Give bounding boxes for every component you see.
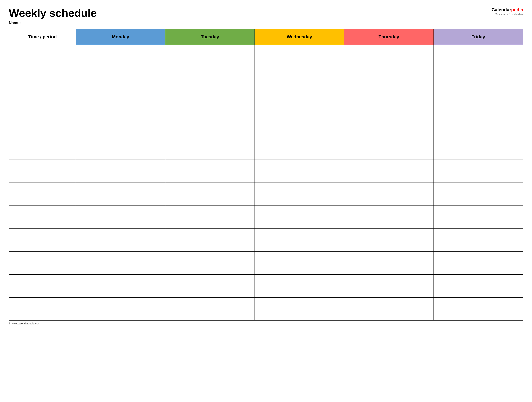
table-row[interactable]: [9, 274, 523, 297]
schedule-cell[interactable]: [433, 91, 523, 114]
schedule-cell[interactable]: [344, 114, 434, 136]
schedule-cell[interactable]: [165, 91, 255, 114]
schedule-cell[interactable]: [433, 68, 523, 91]
schedule-cell[interactable]: [344, 297, 434, 320]
time-cell[interactable]: [9, 160, 76, 182]
table-row[interactable]: [9, 45, 523, 68]
time-cell[interactable]: [9, 252, 76, 274]
schedule-cell[interactable]: [255, 274, 344, 297]
schedule-cell[interactable]: [255, 297, 344, 320]
schedule-cell[interactable]: [255, 68, 344, 91]
schedule-cell[interactable]: [344, 136, 434, 160]
name-label: Name:: [9, 20, 492, 25]
schedule-cell[interactable]: [165, 160, 255, 182]
title-section: Weekly schedule Name:: [9, 7, 492, 25]
schedule-cell[interactable]: [433, 114, 523, 136]
schedule-cell[interactable]: [76, 274, 165, 297]
schedule-cell[interactable]: [76, 68, 165, 91]
schedule-cell[interactable]: [165, 136, 255, 160]
schedule-cell[interactable]: [255, 160, 344, 182]
schedule-cell[interactable]: [255, 252, 344, 274]
schedule-table: Time / period Monday Tuesday Wednesday T…: [9, 29, 523, 321]
footer-url: © www.calendarpedia.com: [9, 322, 40, 325]
schedule-cell[interactable]: [165, 68, 255, 91]
col-header-friday: Friday: [433, 29, 523, 45]
time-cell[interactable]: [9, 114, 76, 136]
schedule-cell[interactable]: [76, 136, 165, 160]
table-row[interactable]: [9, 114, 523, 136]
schedule-cell[interactable]: [255, 206, 344, 228]
table-row[interactable]: [9, 228, 523, 252]
schedule-cell[interactable]: [255, 182, 344, 206]
col-header-monday: Monday: [76, 29, 165, 45]
schedule-cell[interactable]: [255, 91, 344, 114]
table-row[interactable]: [9, 252, 523, 274]
schedule-cell[interactable]: [165, 228, 255, 252]
schedule-cell[interactable]: [255, 114, 344, 136]
time-cell[interactable]: [9, 45, 76, 68]
logo-text: Calendarpedia: [492, 7, 523, 13]
schedule-cell[interactable]: [76, 160, 165, 182]
time-cell[interactable]: [9, 228, 76, 252]
header-row: Time / period Monday Tuesday Wednesday T…: [9, 29, 523, 45]
page-header: Weekly schedule Name: Calendarpedia Your…: [9, 7, 523, 25]
schedule-cell[interactable]: [344, 91, 434, 114]
table-row[interactable]: [9, 136, 523, 160]
schedule-cell[interactable]: [344, 228, 434, 252]
schedule-cell[interactable]: [76, 228, 165, 252]
table-row[interactable]: [9, 91, 523, 114]
table-row[interactable]: [9, 68, 523, 91]
schedule-cell[interactable]: [76, 252, 165, 274]
schedule-cell[interactable]: [433, 252, 523, 274]
schedule-cell[interactable]: [344, 252, 434, 274]
schedule-cell[interactable]: [165, 252, 255, 274]
col-header-thursday: Thursday: [344, 29, 434, 45]
schedule-cell[interactable]: [165, 206, 255, 228]
table-row[interactable]: [9, 182, 523, 206]
schedule-cell[interactable]: [76, 206, 165, 228]
logo-subtitle: Your source for calendars: [492, 13, 523, 16]
time-cell[interactable]: [9, 297, 76, 320]
schedule-cell[interactable]: [165, 274, 255, 297]
logo-pedia: pedia: [511, 7, 523, 12]
logo-calendar: Calendar: [492, 7, 511, 12]
col-header-wednesday: Wednesday: [255, 29, 344, 45]
schedule-cell[interactable]: [165, 182, 255, 206]
schedule-cell[interactable]: [255, 45, 344, 68]
table-row[interactable]: [9, 206, 523, 228]
schedule-cell[interactable]: [76, 297, 165, 320]
schedule-cell[interactable]: [344, 274, 434, 297]
schedule-cell[interactable]: [433, 182, 523, 206]
schedule-cell[interactable]: [433, 297, 523, 320]
schedule-cell[interactable]: [76, 182, 165, 206]
schedule-cell[interactable]: [344, 68, 434, 91]
time-cell[interactable]: [9, 206, 76, 228]
time-cell[interactable]: [9, 91, 76, 114]
schedule-cell[interactable]: [433, 45, 523, 68]
time-cell[interactable]: [9, 182, 76, 206]
page-title: Weekly schedule: [9, 7, 492, 19]
schedule-cell[interactable]: [76, 91, 165, 114]
schedule-cell[interactable]: [76, 45, 165, 68]
schedule-cell[interactable]: [433, 136, 523, 160]
schedule-cell[interactable]: [433, 160, 523, 182]
schedule-cell[interactable]: [344, 45, 434, 68]
schedule-cell[interactable]: [165, 114, 255, 136]
schedule-cell[interactable]: [165, 45, 255, 68]
schedule-cell[interactable]: [255, 228, 344, 252]
schedule-cell[interactable]: [344, 206, 434, 228]
schedule-cell[interactable]: [433, 206, 523, 228]
table-row[interactable]: [9, 297, 523, 320]
time-cell[interactable]: [9, 274, 76, 297]
time-cell[interactable]: [9, 68, 76, 91]
schedule-cell[interactable]: [76, 114, 165, 136]
table-row[interactable]: [9, 160, 523, 182]
logo-section: Calendarpedia Your source for calendars: [492, 7, 523, 16]
schedule-cell[interactable]: [255, 136, 344, 160]
schedule-cell[interactable]: [344, 182, 434, 206]
schedule-cell[interactable]: [433, 274, 523, 297]
schedule-cell[interactable]: [344, 160, 434, 182]
schedule-cell[interactable]: [165, 297, 255, 320]
time-cell[interactable]: [9, 136, 76, 160]
schedule-cell[interactable]: [433, 228, 523, 252]
